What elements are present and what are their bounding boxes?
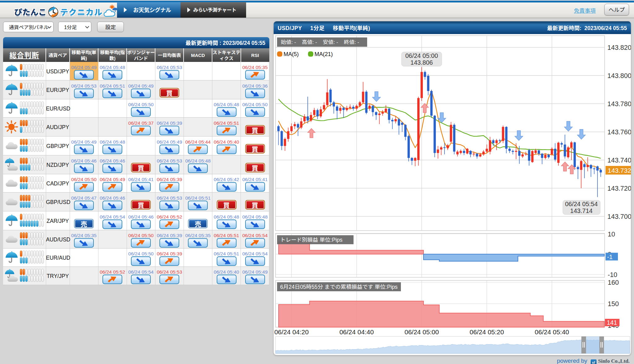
svg-text:143.820: 143.820 (607, 42, 631, 52)
svg-text:141: 141 (607, 318, 617, 327)
svg-text:160: 160 (608, 277, 619, 287)
svg-text:10: 10 (608, 229, 615, 238)
svg-text:143.714: 143.714 (570, 206, 593, 215)
svg-text:MA(21): MA(21) (315, 50, 333, 58)
svg-text:06/24 04:40: 06/24 04:40 (339, 327, 374, 336)
svg-text:06/24 04:20: 06/24 04:20 (274, 327, 309, 336)
svg-text:150: 150 (608, 298, 619, 308)
svg-text:06/24 05:00: 06/24 05:00 (405, 327, 439, 336)
svg-text:143.720: 143.720 (607, 183, 631, 193)
svg-text:143.732: 143.732 (608, 165, 631, 175)
svg-text:MA(5): MA(5) (284, 50, 299, 58)
svg-text:143.800: 143.800 (607, 70, 631, 80)
svg-text:06/24 05:20: 06/24 05:20 (470, 327, 504, 336)
svg-text:143.740: 143.740 (607, 155, 631, 164)
svg-text:143.806: 143.806 (410, 58, 433, 67)
svg-text:06/24 05:40: 06/24 05:40 (535, 327, 569, 336)
svg-text:-1: -1 (607, 252, 613, 261)
svg-text:トレード別損益 単位:Pips: トレード別損益 単位:Pips (280, 236, 343, 243)
svg-text:143.780: 143.780 (607, 98, 631, 108)
svg-text:143.760: 143.760 (607, 127, 631, 136)
svg-text:143.700: 143.700 (607, 211, 631, 221)
svg-text:6月24日05時55分 までの累積損益です 単位:Pips: 6月24日05時55分 までの累積損益です 単位:Pips (280, 283, 398, 290)
svg-text:始値: - 高値: - 安値: - 終値:: 始値: - 高値: - 安値: - 終値: - (281, 38, 359, 46)
